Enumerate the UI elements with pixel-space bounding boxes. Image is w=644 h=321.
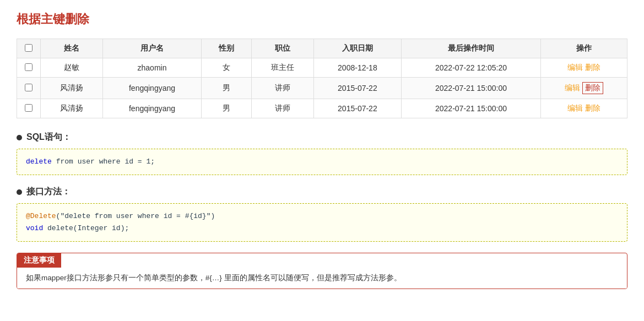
note-body: 如果mapper接口方法形参只有一个简单类型的参数，#{…} 里面的属性名可以随… [17, 268, 627, 289]
header-last-op-time: 最后操作时间 [402, 39, 540, 58]
cell-lastOpTime: 2022-07-22 12:05:20 [402, 58, 540, 78]
row-checkbox[interactable] [25, 63, 33, 71]
cell-username: zhaomin [102, 58, 202, 78]
header-gender: 性别 [202, 39, 252, 58]
api-section-title: 接口方法： [17, 186, 627, 198]
row-checkbox[interactable] [25, 104, 33, 112]
table-row: 风清扬fengqingyang男讲师2015-07-222022-07-21 1… [17, 78, 627, 99]
cell-lastOpTime: 2022-07-21 15:00:00 [402, 99, 540, 118]
cell-position: 讲师 [251, 99, 313, 118]
table-header: 姓名 用户名 性别 职位 入职日期 最后操作时间 操作 [17, 39, 627, 58]
bullet-icon-2 [17, 189, 22, 195]
header-name: 姓名 [41, 39, 103, 58]
data-table: 姓名 用户名 性别 职位 入职日期 最后操作时间 操作 赵敏zhaomin女班主… [17, 39, 627, 118]
edit-button[interactable]: 编辑 [567, 63, 583, 73]
sql-label: SQL语句： [26, 132, 71, 143]
api-method: delete(Integer id); [43, 224, 129, 232]
api-line2: void delete(Integer id); [26, 222, 618, 235]
cell-position: 班主任 [251, 58, 313, 78]
api-void: void [26, 224, 43, 232]
api-annotation: @Delete [26, 212, 56, 220]
header-action: 操作 [540, 39, 627, 58]
note-section: 注意事项 如果mapper接口方法形参只有一个简单类型的参数，#{…} 里面的属… [17, 253, 627, 289]
delete-button[interactable]: 删除 [585, 104, 600, 113]
edit-button[interactable]: 编辑 [567, 104, 583, 113]
header-position: 职位 [251, 39, 313, 58]
table-row: 赵敏zhaomin女班主任2008-12-182022-07-22 12:05:… [17, 58, 627, 78]
sql-from: from [56, 157, 78, 166]
sql-code-box: delete from user where id = 1; [17, 149, 627, 175]
cell-username: fengqingyang [102, 78, 202, 99]
delete-button[interactable]: 删除 [585, 63, 600, 73]
cell-joinDate: 2015-07-22 [313, 99, 402, 118]
api-code-box: @Delete("delete from user where id = #{i… [17, 203, 627, 242]
table-body: 赵敏zhaomin女班主任2008-12-182022-07-22 12:05:… [17, 58, 627, 118]
row-checkbox-cell [17, 99, 41, 118]
cell-lastOpTime: 2022-07-21 15:00:00 [402, 78, 540, 99]
sql-condition: id = 1; [125, 157, 155, 166]
cell-action: 编辑删除 [540, 99, 627, 118]
note-header: 注意事项 [17, 253, 61, 268]
api-label: 接口方法： [26, 186, 71, 198]
sql-keyword-delete: delete [26, 157, 52, 166]
cell-joinDate: 2008-12-18 [313, 58, 402, 78]
cell-name: 风清扬 [41, 99, 103, 118]
cell-gender: 男 [202, 78, 252, 99]
api-annotation-value: ("delete from user where id = #{id}") [56, 212, 215, 220]
page-title: 根据主键删除 [17, 11, 627, 28]
edit-button[interactable]: 编辑 [565, 83, 580, 93]
cell-username: fengqingyang [102, 99, 202, 118]
header-join-date: 入职日期 [313, 39, 402, 58]
row-checkbox-cell [17, 78, 41, 99]
row-checkbox-cell [17, 58, 41, 78]
select-all-checkbox[interactable] [25, 44, 33, 52]
row-checkbox[interactable] [25, 84, 33, 91]
api-line1: @Delete("delete from user where id = #{i… [26, 210, 618, 222]
sql-section-title: SQL语句： [17, 132, 627, 143]
delete-button[interactable]: 删除 [582, 82, 603, 94]
header-checkbox-cell [17, 39, 41, 58]
cell-name: 风清扬 [41, 78, 103, 99]
cell-position: 讲师 [251, 78, 313, 99]
api-section: 接口方法： @Delete("delete from user where id… [17, 186, 627, 242]
cell-action: 编辑删除 [540, 78, 627, 99]
sql-section: SQL语句： delete from user where id = 1; [17, 132, 627, 175]
header-username: 用户名 [102, 39, 202, 58]
table-row: 风清扬fengqingyang男讲师2015-07-222022-07-21 1… [17, 99, 627, 118]
sql-table: user [78, 157, 99, 166]
bullet-icon [17, 135, 22, 140]
cell-joinDate: 2015-07-22 [313, 78, 402, 99]
cell-name: 赵敏 [41, 58, 103, 78]
cell-action: 编辑删除 [540, 58, 627, 78]
cell-gender: 男 [202, 99, 252, 118]
cell-gender: 女 [202, 58, 252, 78]
sql-where: where [99, 157, 125, 166]
